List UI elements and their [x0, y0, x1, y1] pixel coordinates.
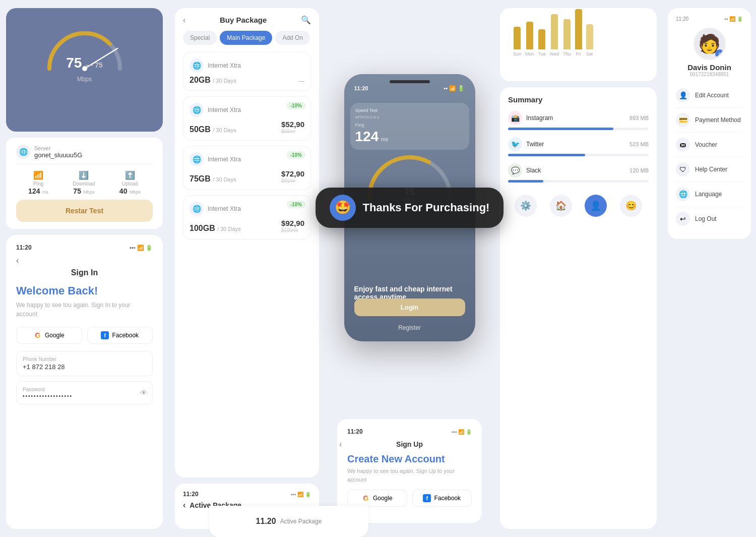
column-1: 75 — 75 Mbps 🌐 Server gonet_sluuuu5G 📶 P…: [0, 0, 169, 537]
social-row: G Google f Facebook: [16, 327, 153, 344]
twitter-bar-fill: [508, 154, 585, 156]
profile-name: Davis Donin: [687, 63, 731, 72]
slack-bar-fill: [508, 180, 543, 183]
google-signup-button[interactable]: G Google: [347, 490, 407, 507]
password-input[interactable]: Password •••••••••••••••••• 👁: [16, 381, 153, 404]
data-usage-card: Sun Mon Tue Wed Thu: [500, 8, 657, 81]
login-button[interactable]: Login: [354, 299, 465, 316]
gauge-value: 75 — 75: [66, 55, 102, 71]
register-button[interactable]: Register: [354, 324, 465, 331]
twitter-icon: 🐦: [508, 137, 522, 151]
bar-gold-sun: [514, 27, 521, 49]
menu-payment-method[interactable]: 💳 Payment Method: [676, 108, 743, 133]
phone-speed-card: Speed Test APPCN 0.9.1 Ping 124 ms: [350, 103, 469, 150]
package-icon: 🌐: [190, 152, 204, 166]
back-arrow-icon[interactable]: ‹: [183, 501, 185, 510]
menu-logout[interactable]: ↩ Log Out: [676, 207, 743, 231]
language-icon: 🌐: [676, 187, 690, 201]
package-item-100gb[interactable]: -10% 🌐 Internet Xtra 100GB / 30 Days $92…: [183, 195, 311, 240]
logout-icon: ↩: [676, 212, 690, 226]
facebook-signin-button[interactable]: f Facebook: [87, 327, 153, 344]
eye-icon[interactable]: 👁: [140, 389, 147, 397]
google-icon: G: [362, 494, 370, 502]
menu-help-center[interactable]: 🛡 Help Center: [676, 157, 743, 182]
bar-mon: Mon: [525, 22, 534, 56]
welcome-heading: Welcome Back!: [16, 284, 153, 297]
download-metric: ⬇️ Download 75 Mbps: [73, 170, 95, 196]
phone-input[interactable]: Phone Number +1 872 218 28: [16, 351, 153, 376]
bar-sat: Sat: [586, 24, 593, 56]
bar-chart: Sun Mon Tue Wed Thu: [508, 16, 649, 56]
twitter-bar-track: [508, 154, 649, 156]
package-item-50gb[interactable]: -10% 🌐 Internet Xtra 50GB / 30 Days $52,…: [183, 96, 311, 141]
bar-gold-wed: [551, 14, 558, 49]
column-4: Sun Mon Tue Wed Thu: [494, 0, 663, 537]
toast-emoji: 🤩: [330, 195, 356, 221]
avatar-badge: z: [715, 49, 724, 58]
instagram-icon: 📸: [508, 111, 522, 125]
package-item-75gb[interactable]: -10% 🌐 Internet Xtra 75GB / 30 Days $72,…: [183, 146, 311, 190]
facebook-icon: f: [101, 331, 109, 339]
buy-package-card: ‹ Buy Package 🔍 Special Main Package Add…: [175, 8, 319, 478]
bar-thu: Thu: [563, 19, 571, 56]
package-icon: 🌐: [190, 58, 204, 73]
bottom-icon-3[interactable]: 👤: [585, 195, 607, 217]
package-item-20gb[interactable]: 🌐 Internet Xtra 20GB / 30 Days —: [183, 52, 311, 91]
buy-package-header: ‹ Buy Package 🔍: [183, 15, 311, 25]
pkg-badge-50: -10%: [287, 102, 305, 109]
signup-back-arrow[interactable]: ‹: [339, 440, 342, 449]
create-sub: We happy to see tou again. Sign Up to yo…: [347, 467, 472, 484]
menu-voucher[interactable]: 🎟 Voucher: [676, 133, 743, 157]
phone-status-bar: 11:20 ▪▪ 📶 🔋: [344, 85, 475, 92]
bar-gold-fri: [575, 9, 582, 49]
bottom-icon-2[interactable]: 🏠: [550, 195, 572, 217]
active-package-header: 11:20 ▪▪▪ 📶 🔋: [183, 491, 311, 498]
app-usage-slack: 💬 Slack 120 MB: [508, 163, 649, 183]
signin-back-arrow[interactable]: ‹: [16, 256, 153, 265]
tab-main-package[interactable]: Main Package: [220, 31, 272, 45]
bottom-icon-4[interactable]: 😊: [620, 195, 642, 217]
menu-language[interactable]: 🌐 Language: [676, 182, 743, 207]
payment-icon: 💳: [676, 113, 690, 127]
signup-status-bar: 11:20 ▪▪▪ 📶 🔋: [347, 428, 472, 435]
welcome-sub: We happy to see tou again. Sign In to yo…: [16, 301, 153, 319]
google-signin-button[interactable]: G Google: [16, 327, 82, 344]
server-row: 🌐 Server gonet_sluuuu5G: [16, 145, 153, 164]
slack-bar-track: [508, 180, 649, 183]
column-3: 11:20 ▪▪ 📶 🔋 Speed Test APPCN 0.9.1 Ping…: [325, 0, 494, 537]
tab-special[interactable]: Special: [183, 31, 217, 45]
phone-notch: [390, 80, 430, 83]
search-icon[interactable]: 🔍: [301, 15, 311, 25]
bar-tue: Tue: [538, 29, 546, 56]
buy-package-back[interactable]: ‹: [183, 16, 185, 25]
col3-inner: 11:20 ▪▪ 📶 🔋 Speed Test APPCN 0.9.1 Ping…: [325, 0, 494, 537]
bottom-icons-row: ⚙️ 🏠 👤 😊: [508, 190, 649, 222]
signin-status-bar: 11:20 ▪▪▪ 📶 🔋: [16, 244, 153, 251]
bar-wed: Wed: [550, 14, 559, 56]
summary-title: Summary: [508, 95, 649, 104]
help-icon: 🛡: [676, 162, 690, 176]
restart-button[interactable]: Restar Test: [16, 200, 153, 222]
buy-package-title: Buy Package: [220, 16, 267, 24]
google-icon: G: [34, 331, 42, 339]
bottom-icon-1[interactable]: ⚙️: [515, 195, 537, 217]
phone-mockup-area: 11:20 ▪▪ 📶 🔋 Speed Test APPCN 0.9.1 Ping…: [331, 8, 488, 407]
speed-stats-card: 🌐 Server gonet_sluuuu5G 📶 Ping 124 ms ⬇️: [6, 138, 163, 229]
app-usage-instagram: 📸 Instagram 893 MB: [508, 111, 649, 130]
summary-card: Summary 📸 Instagram 893 MB: [500, 87, 657, 529]
active-package-bar: 11.20 Active Package: [209, 506, 368, 537]
avatar: 🧑 z: [694, 28, 726, 60]
pkg-badge-75: -10%: [287, 151, 305, 159]
pkg-badge-100: -10%: [287, 201, 305, 208]
facebook-icon: f: [423, 494, 431, 502]
profile-card: 11:20 ▪▪ 📶 🔋 🧑 z Davis Donin 00172218348…: [668, 8, 751, 239]
tab-addon[interactable]: Add On: [275, 31, 310, 45]
server-icon: 🌐: [16, 145, 30, 159]
bar-sun: Sun: [513, 27, 521, 56]
upload-metric: ⬆️ Upload 40 Mbps: [119, 170, 141, 196]
gauge-container: 75 — 75: [39, 23, 130, 74]
bar-gold-mon: [526, 22, 533, 49]
toast-message: Thanks For Purchasing!: [363, 201, 490, 214]
facebook-signup-button[interactable]: f Facebook: [412, 490, 472, 507]
menu-edit-account[interactable]: 👤 Edit Account: [676, 83, 743, 108]
